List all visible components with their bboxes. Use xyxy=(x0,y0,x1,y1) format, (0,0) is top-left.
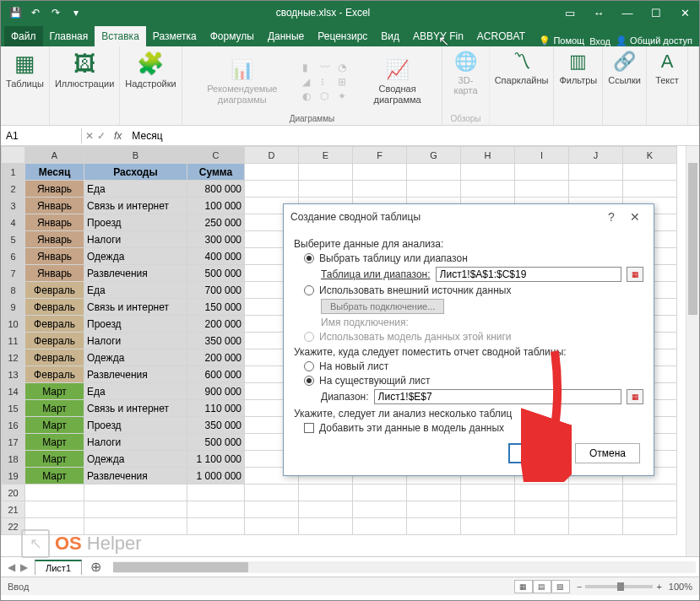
tab-разметка[interactable]: Разметка xyxy=(146,26,203,46)
cell[interactable] xyxy=(569,164,623,181)
cell[interactable]: Февраль xyxy=(25,316,84,333)
cell[interactable] xyxy=(569,485,623,501)
share-button[interactable]: 👤 Общий доступ xyxy=(616,35,692,46)
sheet-nav-prev-icon[interactable]: ◀ xyxy=(8,561,15,573)
col-header[interactable]: D xyxy=(245,147,299,164)
cell[interactable]: Февраль xyxy=(25,349,84,366)
tab-главная[interactable]: Главная xyxy=(43,26,95,46)
cell[interactable]: Месяц xyxy=(25,164,84,181)
cell[interactable] xyxy=(299,164,353,181)
cell[interactable]: 200 000 xyxy=(187,349,245,366)
radar-chart-icon[interactable]: ✦ xyxy=(338,90,353,102)
cell[interactable]: Сумма xyxy=(187,164,245,181)
cell[interactable]: Январь xyxy=(25,181,84,198)
checkbox-add-to-model[interactable]: Добавить эти данные в модель данных xyxy=(304,422,643,434)
cell[interactable]: Связь и интернет xyxy=(84,299,187,316)
cell[interactable] xyxy=(353,518,407,535)
cell[interactable]: Январь xyxy=(25,265,84,282)
cell[interactable] xyxy=(569,501,623,518)
cell[interactable]: Февраль xyxy=(25,282,84,299)
area-chart-icon[interactable]: ◢ xyxy=(302,76,317,88)
cell[interactable]: 350 000 xyxy=(187,417,245,434)
cell[interactable] xyxy=(515,181,569,198)
cell[interactable] xyxy=(461,518,515,535)
cell[interactable]: Одежда xyxy=(84,349,187,366)
row-header[interactable]: 9 xyxy=(2,299,25,316)
col-header[interactable]: H xyxy=(461,147,515,164)
row-header[interactable]: 2 xyxy=(2,181,25,198)
tab-abbyy fin[interactable]: ABBYY Fin xyxy=(406,26,470,46)
cell[interactable]: Проезд xyxy=(84,214,187,231)
minimize-icon[interactable]: — xyxy=(613,1,642,24)
cell[interactable] xyxy=(569,518,623,535)
cell[interactable] xyxy=(245,485,299,501)
cell[interactable] xyxy=(515,501,569,518)
collapse-dialog-icon[interactable]: ▦ xyxy=(627,389,643,404)
cell[interactable] xyxy=(407,164,461,181)
row-header[interactable]: 16 xyxy=(2,417,25,434)
links-button[interactable]: 🔗Ссылки xyxy=(608,50,641,85)
cell[interactable] xyxy=(245,518,299,535)
cell[interactable] xyxy=(299,181,353,198)
cell[interactable]: 350 000 xyxy=(187,333,245,349)
sparklines-button[interactable]: 〽Спарклайны xyxy=(495,50,549,85)
cell[interactable] xyxy=(623,485,677,501)
horizontal-scrollbar[interactable] xyxy=(113,561,696,573)
cell[interactable] xyxy=(84,518,187,535)
tables-button[interactable]: ▦Таблицы xyxy=(6,50,44,89)
cell[interactable] xyxy=(569,181,623,198)
pie-chart-icon[interactable]: ◐ xyxy=(302,90,317,102)
cell[interactable] xyxy=(187,518,245,535)
illustrations-button[interactable]: 🖼Иллюстрации xyxy=(55,50,114,89)
cell[interactable] xyxy=(407,518,461,535)
cell[interactable]: 250 000 xyxy=(187,214,245,231)
cell[interactable] xyxy=(353,485,407,501)
cell[interactable]: Развлечения xyxy=(84,366,187,383)
cell[interactable] xyxy=(461,485,515,501)
cell[interactable]: 150 000 xyxy=(187,299,245,316)
tab-вставка[interactable]: Вставка xyxy=(95,26,146,46)
row-header[interactable]: 11 xyxy=(2,333,25,349)
cell[interactable]: Связь и интернет xyxy=(84,198,187,214)
radio-existing-sheet[interactable]: На существующий лист xyxy=(304,375,643,387)
cell[interactable] xyxy=(187,501,245,518)
tab-file[interactable]: Файл xyxy=(4,26,43,46)
qat-dropdown-icon[interactable]: ▾ xyxy=(67,3,85,22)
row-header[interactable]: 1 xyxy=(2,164,25,181)
new-sheet-icon[interactable]: ⊕ xyxy=(82,559,110,575)
normal-view-icon[interactable]: ▦ xyxy=(514,580,533,593)
cell[interactable]: Одежда xyxy=(84,248,187,265)
cell[interactable] xyxy=(353,164,407,181)
radio-select-range[interactable]: Выбрать таблицу или диапазон xyxy=(304,252,643,264)
line-chart-icon[interactable]: 〰 xyxy=(320,62,335,73)
full-width-icon[interactable]: ↔ xyxy=(584,1,613,24)
cell[interactable]: Март xyxy=(25,451,84,468)
name-box[interactable]: A1 xyxy=(1,128,82,143)
cell[interactable]: Март xyxy=(25,468,84,485)
page-layout-icon[interactable]: ▤ xyxy=(533,580,551,593)
cancel-fx-icon[interactable]: ✕ xyxy=(85,130,94,142)
cell[interactable]: 600 000 xyxy=(187,366,245,383)
fx-icon[interactable]: fx xyxy=(109,130,127,142)
zoom-slider[interactable]: − + xyxy=(577,582,662,592)
cell[interactable] xyxy=(245,164,299,181)
cell[interactable] xyxy=(515,485,569,501)
redo-icon[interactable]: ↷ xyxy=(46,3,65,22)
cell[interactable]: 300 000 xyxy=(187,231,245,248)
sheet-nav-next-icon[interactable]: ▶ xyxy=(20,561,28,573)
cell[interactable]: Одежда xyxy=(84,451,187,468)
zoom-in-icon[interactable]: + xyxy=(656,582,661,592)
row-header[interactable]: 18 xyxy=(2,451,25,468)
cell[interactable]: Еда xyxy=(84,282,187,299)
cell[interactable]: 110 000 xyxy=(187,400,245,417)
dialog-close-icon[interactable]: ✕ xyxy=(623,210,647,224)
tab-формулы[interactable]: Формулы xyxy=(203,26,261,46)
row-header[interactable]: 17 xyxy=(2,434,25,451)
cell[interactable] xyxy=(623,164,677,181)
cell[interactable] xyxy=(299,485,353,501)
addins-button[interactable]: 🧩Надстройки xyxy=(125,50,176,89)
cell[interactable]: 400 000 xyxy=(187,248,245,265)
cell[interactable]: Март xyxy=(25,434,84,451)
cell[interactable] xyxy=(84,501,187,518)
tab-данные[interactable]: Данные xyxy=(261,26,311,46)
